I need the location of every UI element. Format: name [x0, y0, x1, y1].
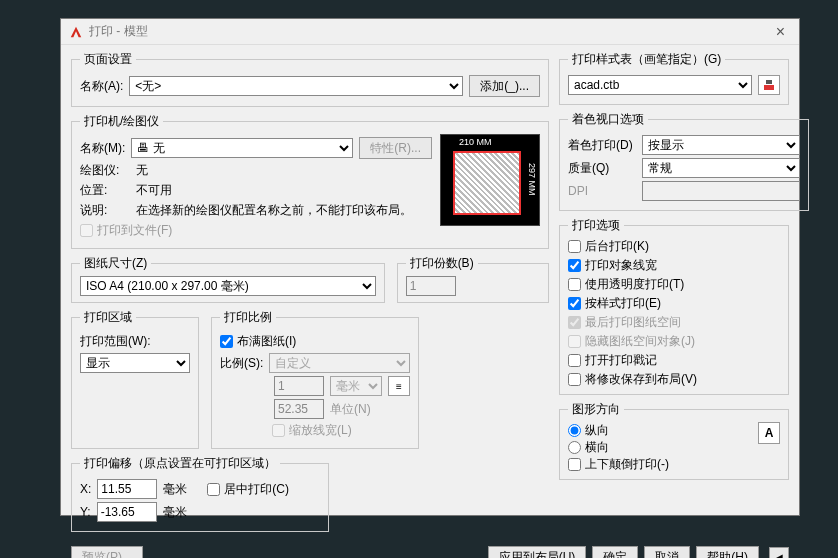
center-plot-checkbox[interactable]: [207, 483, 220, 496]
fit-to-paper-label: 布满图纸(I): [237, 333, 296, 350]
offset-group: 打印偏移（原点设置在可打印区域） X: 毫米 居中打印(C) Y: 毫米: [71, 455, 329, 532]
offset-y-unit: 毫米: [163, 504, 187, 521]
printer-name-select[interactable]: 🖶 无: [131, 138, 353, 158]
window-title: 打印 - 模型: [89, 23, 148, 40]
scale-group: 打印比例 布满图纸(I) 比例(S): 自定义: [211, 309, 419, 449]
plotter-label: 绘图仪:: [80, 162, 130, 179]
copies-group: 打印份数(B): [397, 255, 549, 303]
plot-style-legend: 打印样式表（画笔指定）(G): [568, 51, 725, 68]
offset-x-label: X:: [80, 482, 91, 496]
plot-option-checkbox-7[interactable]: [568, 373, 581, 386]
upside-down-checkbox[interactable]: [568, 458, 581, 471]
shaded-viewport-legend: 着色视口选项: [568, 111, 648, 128]
quality-select[interactable]: 常规: [642, 158, 800, 178]
description-label: 说明:: [80, 202, 130, 219]
plot-option-checkbox-2[interactable]: [568, 278, 581, 291]
plot-option-label-6: 打开打印戳记: [585, 352, 657, 369]
titlebar[interactable]: 打印 - 模型 ×: [61, 19, 799, 45]
offset-y-label: Y:: [80, 505, 91, 519]
apply-to-layout-button[interactable]: 应用到布局(U): [488, 546, 587, 558]
orientation-group: 图形方向 纵向 横向 上下颠倒打印(-) A: [559, 401, 789, 480]
scale-lineweights-label: 缩放线宽(L): [289, 422, 352, 439]
upside-down-label: 上下颠倒打印(-): [585, 456, 669, 473]
paper-preview: 210 MM 297 MM: [440, 134, 540, 226]
add-page-setup-button[interactable]: 添加(_)...: [469, 75, 540, 97]
scale-unit-menu-button[interactable]: ≡: [388, 376, 410, 396]
collapse-button[interactable]: ◀: [769, 547, 789, 558]
offset-y-input[interactable]: [97, 502, 157, 522]
shaded-viewport-group: 着色视口选项 着色打印(D) 按显示 质量(Q) 常规 DPI: [559, 111, 809, 211]
plot-option-label-1: 打印对象线宽: [585, 257, 657, 274]
plot-option-label-2: 使用透明度打印(T): [585, 276, 684, 293]
shade-plot-select[interactable]: 按显示: [642, 135, 800, 155]
print-to-file-checkbox: [80, 224, 93, 237]
ok-button[interactable]: 确定: [592, 546, 638, 558]
orientation-icon: A: [758, 422, 780, 444]
center-plot-label: 居中打印(C): [224, 481, 289, 498]
scale-select: 自定义: [269, 353, 410, 373]
page-name-label: 名称(A):: [80, 78, 123, 95]
print-to-file-label: 打印到文件(F): [97, 222, 172, 239]
help-button[interactable]: 帮助(H): [696, 546, 759, 558]
offset-x-unit: 毫米: [163, 481, 187, 498]
plotter-value: 无: [136, 162, 148, 179]
plot-option-label-3: 按样式打印(E): [585, 295, 661, 312]
cancel-button[interactable]: 取消: [644, 546, 690, 558]
printer-name-label: 名称(M):: [80, 140, 125, 157]
plot-style-select[interactable]: acad.ctb: [568, 75, 752, 95]
plot-option-label-4: 最后打印图纸空间: [585, 314, 681, 331]
printer-properties-button: 特性(R)...: [359, 137, 432, 159]
plot-style-group: 打印样式表（画笔指定）(G) acad.ctb: [559, 51, 789, 105]
page-name-select[interactable]: <无>: [129, 76, 463, 96]
plot-option-label-5: 隐藏图纸空间对象(J): [585, 333, 695, 350]
close-icon[interactable]: ×: [770, 24, 791, 40]
scale-unit-b-label: 单位(N): [330, 401, 371, 418]
edit-plot-style-button[interactable]: [758, 75, 780, 95]
dialog-footer: 预览(P)... 应用到布局(U) 确定 取消 帮助(H) ◀: [61, 542, 799, 558]
copies-input: [406, 276, 456, 296]
scale-unit-b-input: [274, 399, 324, 419]
plot-option-label-0: 后台打印(K): [585, 238, 649, 255]
printer-group: 打印机/绘图仪 名称(M): 🖶 无 特性(R)... 绘图仪: 无 位置:: [71, 113, 549, 249]
description-value: 在选择新的绘图仪配置名称之前，不能打印该布局。: [136, 202, 412, 219]
quality-label: 质量(Q): [568, 160, 636, 177]
fit-to-paper-checkbox[interactable]: [220, 335, 233, 348]
plot-options-group: 打印选项 后台打印(K)打印对象线宽使用透明度打印(T)按样式打印(E)最后打印…: [559, 217, 789, 395]
preview-height-label: 297 MM: [527, 163, 537, 196]
plot-option-checkbox-0[interactable]: [568, 240, 581, 253]
plot-dialog: 打印 - 模型 × 页面设置 名称(A): <无> 添加(_)... 打印机/绘…: [60, 18, 800, 516]
location-value: 不可用: [136, 182, 172, 199]
svg-rect-1: [766, 80, 772, 84]
paper-size-legend: 图纸尺寸(Z): [80, 255, 151, 272]
location-label: 位置:: [80, 182, 130, 199]
landscape-label: 横向: [585, 439, 609, 456]
dpi-input: [642, 181, 800, 201]
print-area-legend: 打印区域: [80, 309, 136, 326]
plot-option-checkbox-1[interactable]: [568, 259, 581, 272]
dpi-label: DPI: [568, 184, 636, 198]
landscape-radio[interactable]: [568, 441, 581, 454]
offset-x-input[interactable]: [97, 479, 157, 499]
scale-label: 比例(S):: [220, 355, 263, 372]
preview-button: 预览(P)...: [71, 546, 143, 558]
orientation-legend: 图形方向: [568, 401, 624, 418]
print-range-select[interactable]: 显示: [80, 353, 190, 373]
page-setup-group: 页面设置 名称(A): <无> 添加(_)...: [71, 51, 549, 107]
plot-option-checkbox-6[interactable]: [568, 354, 581, 367]
plot-option-label-7: 将修改保存到布局(V): [585, 371, 697, 388]
copies-legend: 打印份数(B): [406, 255, 478, 272]
shade-plot-label: 着色打印(D): [568, 137, 636, 154]
paper-size-select[interactable]: ISO A4 (210.00 x 297.00 毫米): [80, 276, 376, 296]
page-setup-legend: 页面设置: [80, 51, 136, 68]
portrait-label: 纵向: [585, 422, 609, 439]
paper-size-group: 图纸尺寸(Z) ISO A4 (210.00 x 297.00 毫米): [71, 255, 385, 303]
portrait-radio[interactable]: [568, 424, 581, 437]
autocad-logo-icon: [69, 25, 83, 39]
plot-option-checkbox-3[interactable]: [568, 297, 581, 310]
scale-unit-a-input: [274, 376, 324, 396]
svg-rect-0: [764, 85, 774, 90]
scale-lineweights-checkbox: [272, 424, 285, 437]
printer-legend: 打印机/绘图仪: [80, 113, 163, 130]
plot-option-checkbox-5: [568, 335, 581, 348]
edit-style-icon: [763, 79, 775, 91]
